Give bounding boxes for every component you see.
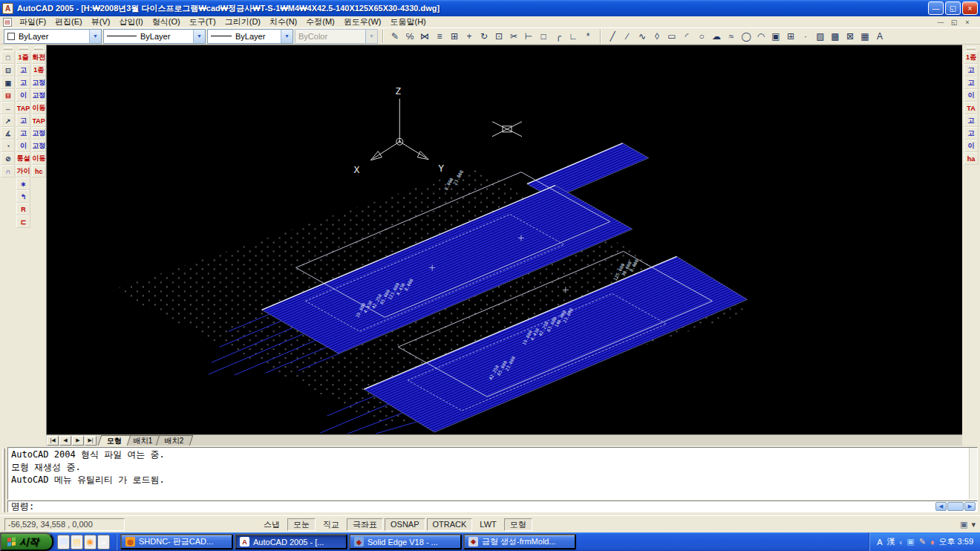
tray-v3-icon[interactable]: ▣ (906, 537, 914, 547)
rectangle-icon[interactable]: ▭ (664, 29, 679, 44)
menu-view[interactable]: 뷰(V) (87, 16, 115, 28)
macro-button[interactable]: 가이 (16, 165, 30, 177)
linetype-dropdown[interactable]: ByLayer ▼ (103, 29, 206, 44)
tab-nav-button[interactable]: ▶ (72, 436, 84, 446)
macro-button[interactable]: 1줄 (16, 51, 30, 64)
tab-nav-button[interactable]: |◀ (47, 436, 59, 446)
macro-button[interactable]: 통설 (16, 152, 30, 165)
menu-format[interactable]: 형식(O) (148, 16, 185, 28)
quick-launch-browser-icon[interactable]: ☎ (57, 535, 70, 550)
macro-button[interactable]: 고 (964, 127, 979, 140)
toggle-lwt[interactable]: LWT (474, 518, 502, 531)
mdi-minimize-button[interactable]: — (935, 19, 946, 26)
menu-file[interactable]: 파일(F) (15, 16, 50, 28)
macro-button[interactable]: 고정 (32, 140, 46, 152)
macro-button[interactable]: ha (964, 152, 979, 165)
close-button[interactable]: × (962, 1, 978, 15)
scroll-thumb[interactable] (947, 502, 964, 511)
task-autocad[interactable]: A AutoCAD 2005 - [... (235, 534, 347, 550)
dim-linear-icon[interactable]: ↔ (1, 102, 15, 114)
macro-button[interactable]: ∗ (16, 177, 30, 190)
tray-chevron-icon[interactable]: ‹ (900, 538, 903, 547)
ellipse-icon[interactable]: ◯ (739, 29, 754, 44)
copy-properties-icon[interactable]: ℅ (402, 29, 417, 44)
communication-center-icon[interactable]: ▣ (960, 520, 967, 529)
toolbar-grip[interactable] (4, 47, 13, 50)
lineweight-dropdown[interactable]: ByLayer ▼ (207, 29, 293, 44)
drawing-canvas[interactable]: Z X Y 19.0004.43042.25065.000123.0004.43… (46, 45, 962, 434)
command-window-grab-bar[interactable] (2, 449, 5, 512)
scale-icon[interactable]: ⊡ (491, 29, 506, 44)
trim-icon[interactable]: ✂ (506, 29, 521, 44)
chevron-down-icon[interactable]: ▼ (193, 30, 205, 43)
tray-misc-icon[interactable]: ♦ (930, 538, 935, 547)
macro-button[interactable]: 이 (964, 140, 979, 152)
toggle-otrack[interactable]: OTRACK (427, 518, 473, 531)
polyline-icon[interactable]: ∿ (635, 29, 650, 44)
tab-model[interactable]: 모형 (98, 435, 131, 446)
command-scrollbar[interactable] (969, 448, 977, 499)
polygon-icon[interactable]: ◊ (650, 29, 664, 44)
macro-button[interactable]: 고 (16, 114, 30, 127)
task-mold[interactable]: ❖ 금형 생성-frmMold... (463, 534, 576, 550)
macro-button[interactable]: 고 (964, 76, 979, 89)
command-prompt-row[interactable]: 명령: ◀ ▶ (7, 501, 978, 512)
tab-nav-button[interactable]: ▶| (85, 436, 97, 446)
quick-launch-media-icon[interactable]: ◉ (84, 535, 97, 550)
circle-icon[interactable]: ○ (694, 29, 709, 44)
macro-button[interactable]: 고 (964, 114, 979, 127)
point-icon[interactable]: · (798, 29, 813, 44)
fillet-icon[interactable]: ╭ (551, 29, 566, 44)
minimize-button[interactable]: — (928, 1, 944, 15)
menu-tools[interactable]: 도구(T) (185, 16, 220, 28)
macro-button[interactable]: 이동 (32, 102, 46, 114)
match-properties-icon[interactable]: ✎ (388, 29, 402, 44)
table-icon[interactable]: ▦ (858, 29, 872, 44)
ime-hanja-icon[interactable]: 漢 (887, 536, 895, 547)
tray-pen-icon[interactable]: ✎ (919, 537, 926, 547)
macro-button[interactable]: hc (32, 165, 46, 177)
chevron-down-icon[interactable]: ▼ (89, 30, 101, 43)
new-icon[interactable]: □ (1, 51, 15, 64)
mtext-icon[interactable]: A (872, 29, 887, 44)
menu-modify[interactable]: 수정(M) (301, 16, 339, 28)
start-button[interactable]: 시작 (0, 532, 53, 551)
dim-radius-icon[interactable]: ◔ (1, 140, 15, 152)
macro-button[interactable]: 1종 (32, 64, 46, 76)
dim-aligned-icon[interactable]: ↗ (1, 114, 15, 127)
save-icon[interactable]: ▣ (1, 76, 15, 89)
toggle-polar[interactable]: 극좌표 (347, 518, 383, 531)
macro-button[interactable]: ⊏ (16, 215, 30, 228)
command-history[interactable]: AutoCAD 2004 형식 파일 여는 중. 모형 재생성 중. AutoC… (7, 447, 978, 500)
macro-button[interactable]: 이동 (32, 152, 46, 165)
gradient-icon[interactable]: ▩ (828, 29, 843, 44)
mirror-icon[interactable]: ⋈ (417, 29, 432, 44)
array-icon[interactable]: ⊞ (447, 29, 462, 44)
macro-button[interactable]: 이 (16, 140, 30, 152)
ellipse-arc-icon[interactable]: ◠ (754, 29, 768, 44)
extend-icon[interactable]: ⊢ (521, 29, 536, 44)
macro-button[interactable]: TAP (16, 102, 30, 114)
macro-button[interactable]: 화전 (32, 51, 46, 64)
toggle-ortho[interactable]: 직교 (317, 518, 345, 531)
chamfer-icon[interactable]: ∟ (566, 29, 581, 44)
open-icon[interactable]: ⊡ (1, 64, 15, 76)
macro-button[interactable]: TA (964, 102, 979, 114)
macro-button[interactable]: 이 (964, 89, 979, 102)
tab-nav-button[interactable]: ◀ (59, 436, 71, 446)
region-icon[interactable]: ⊠ (843, 29, 858, 44)
quick-launch-overflow-icon[interactable]: » (97, 535, 110, 550)
toggle-model[interactable]: 모형 (504, 518, 532, 531)
construction-line-icon[interactable]: ∕ (620, 29, 635, 44)
toolbar-grip[interactable] (34, 47, 43, 50)
macro-button[interactable]: 고정 (32, 127, 46, 140)
macro-button[interactable]: 고 (964, 64, 979, 76)
tab-layout2[interactable]: 배치2 (155, 435, 192, 446)
toggle-osnap[interactable]: OSNAP (385, 518, 425, 531)
macro-button[interactable]: 이 (16, 89, 30, 102)
mdi-close-button[interactable]: × (962, 19, 973, 26)
chevron-down-icon[interactable]: ▼ (281, 30, 293, 43)
spline-icon[interactable]: ≈ (724, 29, 739, 44)
color-dropdown[interactable]: ByLayer ▼ (4, 29, 102, 44)
quick-launch-folder-icon[interactable]: ▤ (71, 535, 83, 550)
